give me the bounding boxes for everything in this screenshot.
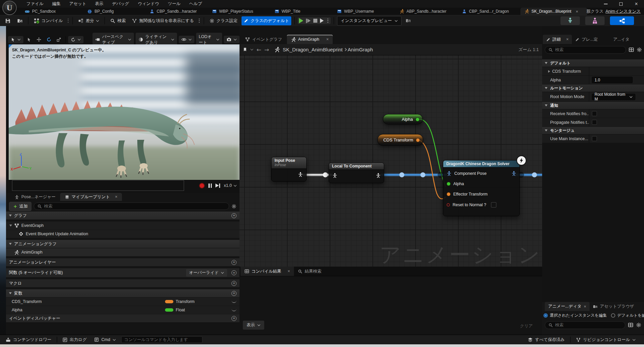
prop-row-alpha[interactable]: Alpha 1.0 (542, 76, 644, 84)
effector-transform-input-pin[interactable] (447, 192, 451, 196)
save-button[interactable] (3, 16, 13, 25)
tab-preview-settings[interactable]: プレ...定 (572, 35, 601, 44)
asset-tab-wbp-playerstatus[interactable]: WBP_PlayerStatus (208, 8, 271, 15)
asset-tab-pc-sandbox[interactable]: PC_Sandbox (21, 8, 83, 15)
section-animation-layers[interactable]: アニメーションレイヤー+ (6, 258, 239, 267)
close-tab-icon[interactable]: × (326, 37, 329, 42)
class-defaults-button[interactable]: クラスのデフォルト (241, 16, 291, 25)
alpha-output-pin[interactable] (416, 117, 420, 121)
clear-button[interactable]: クリア (520, 323, 533, 329)
add-variable-icon[interactable]: + (231, 291, 236, 296)
asset-tab-wbp-username[interactable]: WBP_Username (333, 8, 395, 15)
forward-icon[interactable]: → (264, 46, 269, 53)
browse-asset-button[interactable] (15, 16, 25, 25)
parent-class-link[interactable]: Animインスタンス (606, 9, 641, 14)
content-drawer-button[interactable]: コンテンツドロワー (3, 337, 54, 343)
menu-help[interactable]: ヘルプ (185, 1, 206, 7)
pause-icon[interactable] (208, 184, 212, 188)
asset-tab-abp-sandbox-character[interactable]: ABP_Sandb...haracter (395, 8, 458, 15)
node-alpha-variable[interactable]: Alpha (383, 114, 423, 124)
menu-edit[interactable]: 編集 (48, 1, 65, 7)
prop-row-root-motion-mode[interactable]: Root Motion Mode Root Motion from M (542, 92, 644, 102)
tab-my-blueprint[interactable]: マイブループリント × (60, 193, 122, 201)
scale-tool[interactable] (55, 36, 63, 43)
maximize-button[interactable] (613, 0, 629, 8)
menu-debug[interactable]: デバッグ (108, 1, 133, 7)
row-event-update-anim[interactable]: Event Blueprint Update Animation (6, 230, 239, 238)
variable-type-pill[interactable] (165, 300, 173, 303)
row-anim-graph[interactable]: AnimGraph (6, 248, 239, 257)
alpha-input-pin[interactable] (447, 182, 451, 186)
edit-selected-instance-radio[interactable] (543, 313, 548, 318)
gear-icon[interactable] (231, 204, 236, 209)
override-dropdown[interactable]: オーバーライド (186, 269, 227, 277)
bookmark-icon[interactable] (243, 47, 247, 52)
gear-icon[interactable] (637, 47, 642, 52)
move-tool[interactable] (35, 36, 43, 43)
show-filter-dropdown[interactable]: 表示 (243, 321, 264, 330)
compile-button[interactable]: コンパイル (31, 16, 65, 25)
mesh-mode-button[interactable] (585, 16, 605, 25)
close-tab-icon[interactable]: × (288, 269, 290, 274)
row-variable-cds-transform[interactable]: CDS_Transform Transform (6, 298, 239, 306)
output-log-button[interactable]: 出力ログ (60, 337, 89, 343)
close-button[interactable]: × (629, 0, 644, 8)
section-graphs[interactable]: グラフ+ (6, 212, 239, 220)
cds-output-pin[interactable] (416, 138, 420, 142)
row-event-graph[interactable]: EventGraph (6, 222, 239, 230)
show-flags-dropdown[interactable] (179, 36, 194, 43)
section-macros[interactable]: マクロ+ (6, 279, 239, 288)
diff-button[interactable]: 差分 (76, 16, 102, 25)
cmd-dropdown[interactable]: Cmd (92, 337, 118, 342)
select-tool[interactable] (25, 36, 33, 43)
node-local-to-component[interactable]: Local To Component (329, 162, 384, 183)
class-settings-button[interactable]: クラス設定 (207, 16, 240, 25)
close-tab-icon[interactable]: × (115, 195, 117, 199)
add-anim-layer-icon[interactable]: + (231, 260, 236, 265)
tab-anim-editor[interactable]: アニメー...ディタ × (545, 302, 590, 311)
section-animation-graphs[interactable]: アニメーショングラフ (6, 240, 239, 248)
timeline-scrubber[interactable] (12, 180, 184, 191)
skeleton-mode-button[interactable] (560, 16, 580, 25)
property-matrix-icon[interactable] (629, 47, 634, 52)
back-icon[interactable]: ← (257, 46, 261, 53)
add-function-icon[interactable]: + (231, 270, 236, 275)
screenshot-dropdown[interactable] (224, 36, 239, 43)
asset-tab-cbp-sand-dragon[interactable]: CBP_Sand...r_Dragon (458, 8, 520, 15)
compile-options-icon[interactable] (68, 19, 69, 23)
pose-input-pin[interactable] (332, 173, 337, 178)
my-blueprint-search-input[interactable]: 検索 (34, 203, 229, 210)
console-command-input[interactable]: コンソールコマンドを入力します (121, 336, 202, 343)
prop-row-use-main-instance[interactable]: Use Main Instance... (542, 134, 644, 143)
menu-window[interactable]: ウィンドウ (134, 1, 164, 7)
node-dragonik-solver[interactable]: DragonIK Chinese Dragon Solver Component… (443, 160, 520, 216)
receive-notifies-checkbox[interactable] (592, 111, 597, 116)
playback-speed-dropdown[interactable]: x1.0 (224, 183, 237, 188)
row-variable-alpha[interactable]: Alpha Float (6, 306, 239, 314)
section-root-motion[interactable]: ルートモーション (542, 84, 644, 92)
close-tab-icon[interactable]: × (576, 9, 578, 14)
tab-anim-graph[interactable]: AnimGraph × (287, 35, 333, 44)
advance-icon[interactable] (320, 18, 324, 23)
eye-closed-icon[interactable] (231, 300, 236, 303)
variable-type-pill[interactable] (165, 308, 173, 312)
pose-output-pin[interactable] (298, 172, 303, 177)
anim-search-input[interactable]: 検索 (545, 321, 625, 329)
tab-event-graph[interactable]: イベントグラフ (241, 35, 286, 44)
add-macro-icon[interactable]: + (231, 281, 236, 286)
find-button[interactable]: 検索 (108, 16, 128, 25)
add-dispatcher-icon[interactable]: + (231, 316, 236, 321)
eye-closed-icon[interactable] (231, 309, 236, 311)
transform-tool-dropdown[interactable] (8, 36, 23, 43)
breadcrumb-root[interactable]: SK_Dragon_AnimBlueprint (283, 47, 343, 52)
edit-defaults-radio[interactable] (611, 313, 615, 318)
propagate-notifies-checkbox[interactable] (592, 120, 597, 125)
asset-tab-wbp-title[interactable]: WBP_Title (271, 8, 333, 15)
property-matrix-icon[interactable] (628, 322, 633, 328)
reset-to-normal-checkbox[interactable] (491, 202, 496, 208)
prop-row-propagate-notifies[interactable]: Propagate Notifies t... (542, 118, 644, 127)
menu-asset[interactable]: アセット (65, 1, 91, 7)
tab-find-results[interactable]: 結果検索 (294, 267, 325, 276)
preview-instance-dropdown[interactable]: インスタンスをプレビュー (337, 16, 401, 26)
tab-asset-details[interactable]: ア...イタ (610, 35, 633, 44)
